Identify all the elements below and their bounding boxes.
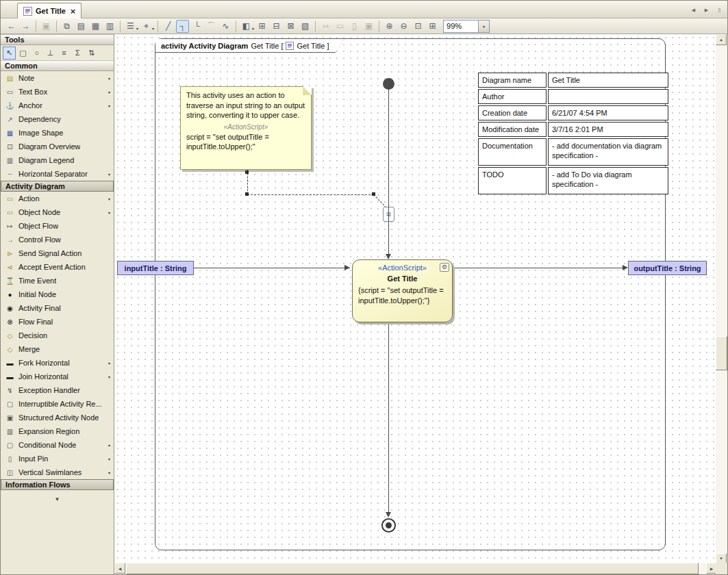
sidebar-item-image-shape[interactable]: ▦ Image Shape [1,126,114,140]
forward-button[interactable]: → [19,20,32,33]
path-curve-button[interactable]: ⌒ [205,20,218,33]
sidebar-item-accept-event-action[interactable]: ⊲ Accept Event Action [1,260,114,274]
sidebar-item-text-box[interactable]: ▭ Text Box ▾ [1,85,114,99]
sidebar-item-send-signal-action[interactable]: ⊳ Send Signal Action [1,246,114,260]
scroll-up-button[interactable]: ▲ [716,34,727,45]
horizontal-scrollbar[interactable]: ◀ ▶ [114,563,717,574]
dropdown-arrow-icon[interactable]: ▾ [108,443,110,448]
oval-select-tool-icon[interactable]: ○ [30,47,43,60]
control-flow-initial-to-action[interactable] [388,90,389,255]
publish-button[interactable]: ▧ [299,20,312,33]
sidebar-item-object-node[interactable]: ▭ Object Node ▾ [1,205,114,219]
sidebar-item-diagram-overview[interactable]: ⊡ Diagram Overview [1,140,114,153]
diagram-canvas[interactable]: activity Activity Diagram Get Title [ Ge… [114,34,717,564]
dropdown-arrow-icon[interactable]: ▾ [108,103,110,108]
delete-button[interactable]: ▦ [89,20,102,33]
rect-select-tool-icon[interactable]: ▢ [16,47,29,60]
tab-maximize-button[interactable]: ▯ [714,5,725,15]
same-size-button[interactable]: ⇿ [319,20,332,33]
layers-button[interactable]: ▥ [103,20,116,33]
horizontal-scroll-thumb[interactable] [126,563,699,574]
sidebar-item-input-pin[interactable]: ▯ Input Pin ▾ [1,452,114,465]
anchor-line-horizontal[interactable] [247,194,374,195]
path-oblique-button[interactable]: ╱ [162,20,175,33]
section-header-activity-diagram[interactable]: Activity Diagram [1,181,114,192]
path-bent-button[interactable]: └ [190,20,203,33]
sidebar-item-structured-activity-node[interactable]: ▣ Structured Activity Node [1,411,114,424]
zoom-level-combo[interactable]: 99% ▾ [443,20,490,33]
sidebar-item-dependency[interactable]: ↗ Dependency [1,112,114,126]
sidebar-item-fork-horizontal[interactable]: ▬ Fork Horizontal ▾ [1,356,114,370]
zoom-out-button[interactable]: ⊖ [397,20,410,33]
dropdown-arrow-icon[interactable]: ▾ [152,26,154,31]
sidebar-item-note[interactable]: ▤ Note ▾ [1,71,114,85]
style-button[interactable]: ◧ [240,20,253,33]
extract-button[interactable]: ⊠ [284,20,297,33]
tab-scroll-left-button[interactable]: ◀ [688,5,699,15]
zoom-in-button[interactable]: ⊕ [383,20,396,33]
section-header-common[interactable]: Common [1,60,114,71]
sidebar-item-conditional-node[interactable]: ▢ Conditional Node ▾ [1,438,114,452]
reorder-tool-icon[interactable]: ⇅ [85,47,98,60]
sidebar-item-action[interactable]: ▭ Action ▾ [1,192,114,205]
align-tool-icon[interactable]: ≡ [58,47,71,60]
object-flow-input[interactable] [194,268,350,268]
dropdown-arrow-icon[interactable]: ▾ [108,361,110,366]
dropdown-arrow-icon[interactable]: ▾ [136,26,138,31]
sidebar-item-control-flow[interactable]: → Control Flow [1,233,114,246]
sidebar-item-horizontal-separator[interactable]: ┄ Horizontal Separator ▾ [1,167,114,181]
close-icon[interactable]: × [71,7,76,16]
sidebar-item-initial-node[interactable]: ● Initial Node [1,288,114,301]
scroll-left-button[interactable]: ◀ [114,563,125,574]
dropdown-arrow-icon[interactable]: ▾ [108,374,110,379]
sidebar-expand-button[interactable]: ▼ [1,493,114,505]
action-get-title[interactable]: ⚙ «ActionScript» Get Title {script = "se… [352,259,453,322]
sidebar-item-join-horizontal[interactable]: ▬ Join Horizontal ▾ [1,370,114,383]
sidebar-item-object-flow[interactable]: ↦ Object Flow [1,219,114,233]
section-header-information-flows[interactable]: Information Flows [1,479,114,490]
path-rectilinear-button[interactable]: ┐ [176,20,189,33]
same-width-button[interactable]: ▭ [334,20,347,33]
sidebar-item-vertical-swimlanes[interactable]: ◫ Vertical Swimlanes ▾ [1,465,114,479]
dropdown-arrow-icon[interactable]: ▾ [108,210,110,215]
align-button[interactable]: ☰ [124,20,137,33]
copy-button[interactable]: ⧉ [60,20,73,33]
aggregate-tool-icon[interactable]: Σ [71,47,84,60]
zoom-level-value[interactable]: 99% [443,20,479,33]
chevron-down-icon[interactable]: ▾ [479,20,490,33]
magnet-tool-icon[interactable]: ⊥ [44,47,57,60]
pointer-tool-icon[interactable]: ↖ [3,47,16,60]
dropdown-arrow-icon[interactable]: ▾ [108,90,110,94]
dropdown-arrow-icon[interactable]: ▾ [108,196,110,201]
paste-button[interactable]: ▤ [75,20,88,33]
sidebar-item-merge[interactable]: ◇ Merge [1,342,114,356]
dropdown-arrow-icon[interactable]: ▾ [108,76,110,81]
back-button[interactable]: ← [5,20,18,33]
initial-node[interactable] [383,78,394,90]
zoom-region-button[interactable]: ⊡ [412,20,425,33]
sidebar-item-time-event[interactable]: ⌛ Time Event [1,274,114,288]
path-zigzag-button[interactable]: ∿ [219,20,232,33]
same-height-button[interactable]: ▯ [348,20,361,33]
activity-final-node[interactable] [381,518,396,533]
input-parameter-node[interactable]: inputTitle : String [117,261,194,275]
tab-get-title[interactable]: Get Title × [17,3,81,18]
dropdown-arrow-icon[interactable]: ▾ [108,457,110,461]
insert-port-button[interactable]: ⊟ [270,20,283,33]
insert-shape-button[interactable]: ⊞ [255,20,268,33]
dropdown-arrow-icon[interactable]: ▾ [108,172,110,177]
dropdown-arrow-icon[interactable]: ▾ [108,470,110,475]
sidebar-item-diagram-legend[interactable]: ▥ Diagram Legend [1,153,114,167]
sidebar-item-expansion-region[interactable]: ▥ Expansion Region [1,424,114,438]
control-flow-action-to-final[interactable] [388,322,389,512]
sidebar-item-decision[interactable]: ◇ Decision [1,329,114,342]
sidebar-item-flow-final[interactable]: ⊗ Flow Final [1,315,114,329]
sidebar-item-exception-handler[interactable]: ↯ Exception Handler [1,383,114,397]
zoom-fit-button[interactable]: ⊞ [426,20,439,33]
output-parameter-node[interactable]: outputTitle : String [628,261,707,275]
section-header-tools[interactable]: Tools [1,34,114,45]
object-flow-output[interactable] [453,268,623,268]
tab-scroll-right-button[interactable]: ▶ [701,5,712,15]
dropdown-arrow-icon[interactable]: ▾ [252,26,254,31]
note-shape[interactable]: This activity uses an action to traverse… [180,86,312,170]
